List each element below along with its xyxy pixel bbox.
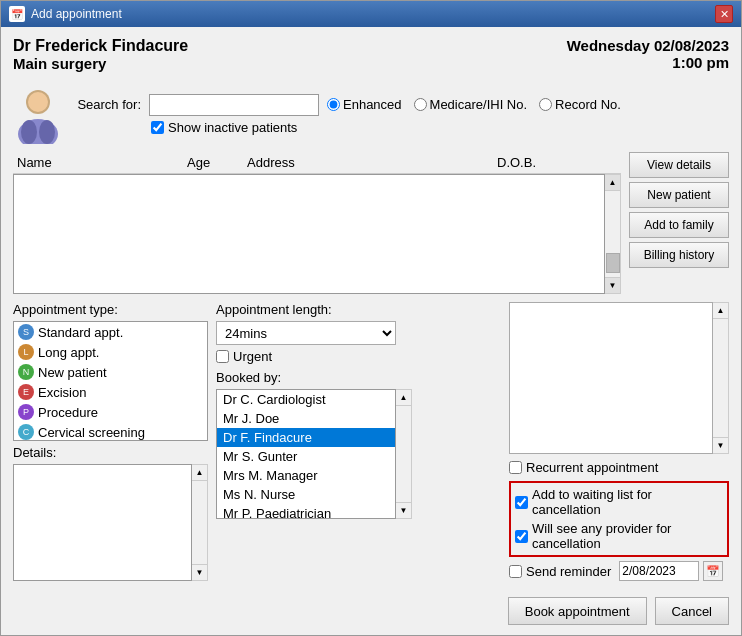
patient-avatar bbox=[13, 84, 63, 144]
doctor-info: Dr Frederick Findacure Main surgery bbox=[13, 37, 188, 72]
col-dob: D.O.B. bbox=[497, 155, 597, 170]
booked-item-2[interactable]: Dr F. Findacure bbox=[217, 428, 395, 447]
right-scroll-down[interactable]: ▼ bbox=[713, 437, 728, 453]
appointment-time: 1:00 pm bbox=[567, 54, 729, 71]
recurrent-row: Recurrent appointment bbox=[509, 460, 729, 475]
right-section: ▲ ▼ Recurrent appointment Add to waiting… bbox=[509, 302, 729, 581]
radio-enhanced[interactable]: Enhanced bbox=[327, 97, 402, 112]
middle-section: Appointment length: 24mins Urgent Booked… bbox=[216, 302, 501, 581]
booked-item-1[interactable]: Mr J. Doe bbox=[217, 409, 395, 428]
search-input[interactable] bbox=[149, 94, 319, 116]
waiting-list-row: Add to waiting list for cancellation bbox=[515, 487, 723, 517]
highlight-box: Add to waiting list for cancellation Wil… bbox=[509, 481, 729, 557]
excision-icon: E bbox=[18, 384, 34, 400]
main-content: Dr Frederick Findacure Main surgery Wedn… bbox=[1, 27, 741, 635]
bottom-section: Appointment type: S Standard appt. L Lon… bbox=[13, 302, 729, 581]
svg-point-3 bbox=[21, 120, 37, 144]
details-label: Details: bbox=[13, 445, 208, 460]
doctor-name: Dr Frederick Findacure bbox=[13, 37, 188, 55]
booked-item-0[interactable]: Dr C. Cardiologist bbox=[217, 390, 395, 409]
appt-type-label: Appointment type: bbox=[13, 302, 208, 317]
booked-item-4[interactable]: Mrs M. Manager bbox=[217, 466, 395, 485]
send-reminder-label: Send reminder bbox=[526, 564, 611, 579]
appt-cervical[interactable]: C Cervical screening bbox=[14, 422, 207, 441]
details-scroll-up[interactable]: ▲ bbox=[192, 465, 207, 481]
header-section: Dr Frederick Findacure Main surgery Wedn… bbox=[13, 37, 729, 72]
booked-item-3[interactable]: Mr S. Gunter bbox=[217, 447, 395, 466]
new-patient-icon: N bbox=[18, 364, 34, 380]
appointment-date: Wednesday 02/08/2023 bbox=[567, 37, 729, 54]
appt-length-section: Appointment length: 24mins Urgent bbox=[216, 302, 501, 364]
urgent-checkbox[interactable] bbox=[216, 350, 229, 363]
book-appointment-button[interactable]: Book appointment bbox=[508, 597, 647, 625]
any-provider-checkbox[interactable] bbox=[515, 530, 528, 543]
appt-length-select[interactable]: 24mins bbox=[216, 321, 396, 345]
col-name: Name bbox=[17, 155, 187, 170]
recurrent-checkbox[interactable] bbox=[509, 461, 522, 474]
patient-list-scrollbar[interactable]: ▲ ▼ bbox=[605, 174, 621, 294]
booked-scroll-up[interactable]: ▲ bbox=[396, 390, 411, 406]
col-address: Address bbox=[247, 155, 497, 170]
app-icon: 📅 bbox=[9, 6, 25, 22]
waiting-list-label: Add to waiting list for cancellation bbox=[532, 487, 723, 517]
window-title: Add appointment bbox=[31, 7, 122, 21]
show-inactive-checkbox[interactable] bbox=[151, 121, 164, 134]
surgery-name: Main surgery bbox=[13, 55, 188, 72]
right-scroll-up[interactable]: ▲ bbox=[713, 303, 728, 319]
send-reminder-checkbox[interactable] bbox=[509, 565, 522, 578]
scroll-down-arrow[interactable]: ▼ bbox=[605, 277, 620, 293]
appt-procedure[interactable]: P Procedure bbox=[14, 402, 207, 422]
booked-by-section: Booked by: Dr C. Cardiologist Mr J. Doe … bbox=[216, 370, 501, 519]
patient-area: Name Age Address D.O.B. ▲ ▼ View details bbox=[13, 152, 729, 294]
appt-long[interactable]: L Long appt. bbox=[14, 342, 207, 362]
right-scroll-area[interactable] bbox=[509, 302, 713, 454]
procedure-icon: P bbox=[18, 404, 34, 420]
booked-item-5[interactable]: Ms N. Nurse bbox=[217, 485, 395, 504]
waiting-list-checkbox[interactable] bbox=[515, 496, 528, 509]
date-time-info: Wednesday 02/08/2023 1:00 pm bbox=[567, 37, 729, 71]
booked-item-6[interactable]: Mr P. Paediatrician bbox=[217, 504, 395, 519]
search-section: Search for: Enhanced Medicare/IHI No. bbox=[13, 84, 729, 144]
standard-icon: S bbox=[18, 324, 34, 340]
scroll-thumb[interactable] bbox=[606, 253, 620, 273]
view-details-button[interactable]: View details bbox=[629, 152, 729, 178]
close-button[interactable]: ✕ bbox=[715, 5, 733, 23]
long-icon: L bbox=[18, 344, 34, 360]
appt-new-patient[interactable]: N New patient bbox=[14, 362, 207, 382]
any-provider-label: Will see any provider for cancellation bbox=[532, 521, 723, 551]
show-inactive-row: Show inactive patients bbox=[151, 120, 621, 135]
checkboxes-area: Recurrent appointment Add to waiting lis… bbox=[509, 460, 729, 581]
billing-history-button[interactable]: Billing history bbox=[629, 242, 729, 268]
search-label: Search for: bbox=[71, 97, 141, 112]
urgent-label: Urgent bbox=[233, 349, 272, 364]
table-header: Name Age Address D.O.B. bbox=[13, 152, 621, 174]
calendar-button[interactable]: 📅 bbox=[703, 561, 723, 581]
svg-point-2 bbox=[28, 92, 48, 112]
appt-excision[interactable]: E Excision bbox=[14, 382, 207, 402]
urgent-row: Urgent bbox=[216, 349, 501, 364]
svg-point-4 bbox=[39, 120, 55, 144]
send-reminder-row: Send reminder 📅 bbox=[509, 561, 729, 581]
radio-medicare[interactable]: Medicare/IHI No. bbox=[414, 97, 528, 112]
add-to-family-button[interactable]: Add to family bbox=[629, 212, 729, 238]
radio-record[interactable]: Record No. bbox=[539, 97, 621, 112]
booked-scroll-down[interactable]: ▼ bbox=[396, 502, 411, 518]
appt-standard[interactable]: S Standard appt. bbox=[14, 322, 207, 342]
booked-by-list[interactable]: Dr C. Cardiologist Mr J. Doe Dr F. Finda… bbox=[216, 389, 396, 519]
title-bar: 📅 Add appointment ✕ bbox=[1, 1, 741, 27]
details-textarea[interactable] bbox=[13, 464, 192, 581]
search-radio-group: Enhanced Medicare/IHI No. Record No. bbox=[327, 97, 621, 112]
reminder-date-input[interactable] bbox=[619, 561, 699, 581]
booked-by-label: Booked by: bbox=[216, 370, 501, 385]
patient-list[interactable] bbox=[13, 174, 605, 294]
cancel-button[interactable]: Cancel bbox=[655, 597, 729, 625]
details-scroll-down[interactable]: ▼ bbox=[192, 564, 207, 580]
search-row: Search for: Enhanced Medicare/IHI No. bbox=[13, 84, 729, 144]
appointment-type-list[interactable]: S Standard appt. L Long appt. N New pati… bbox=[13, 321, 208, 441]
any-provider-row: Will see any provider for cancellation bbox=[515, 521, 723, 551]
recurrent-label: Recurrent appointment bbox=[526, 460, 658, 475]
cervical-icon: C bbox=[18, 424, 34, 440]
new-patient-button[interactable]: New patient bbox=[629, 182, 729, 208]
footer-buttons: Book appointment Cancel bbox=[13, 593, 729, 625]
scroll-up-arrow[interactable]: ▲ bbox=[605, 175, 620, 191]
